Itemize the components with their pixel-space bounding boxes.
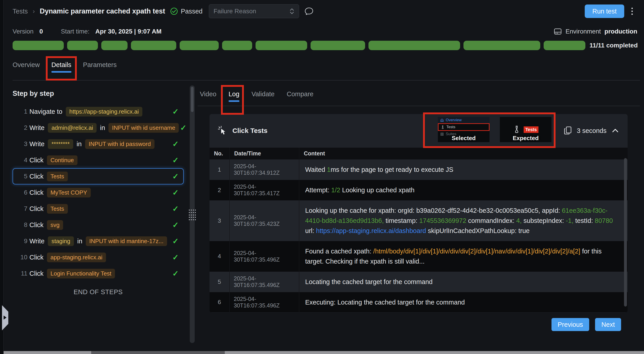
panel-resize-handle[interactable] (189, 210, 196, 221)
tab-video[interactable]: Video (200, 90, 216, 104)
step-number: 10 (18, 254, 28, 261)
step-action-text: Click (30, 270, 44, 277)
tab-overview[interactable]: Overview (12, 61, 40, 74)
run-test-button[interactable]: Run test (585, 5, 624, 18)
tab-compare[interactable]: Compare (287, 90, 314, 104)
log-text: Found a cached xpath: (305, 248, 373, 255)
step-action-text: Write (30, 140, 44, 148)
log-value-green: 1745536369972 (419, 217, 466, 224)
next-button[interactable]: Next (595, 318, 621, 331)
comment-button[interactable] (304, 6, 314, 16)
version-label: Version (12, 28, 34, 35)
expected-caption: Expected (500, 135, 552, 142)
tab-log[interactable]: Log (228, 90, 239, 104)
tab-validate[interactable]: Validate (252, 90, 274, 104)
steps-panel: Step by step 1Navigate tohttps://app-sta… (12, 90, 184, 296)
step-action-text: Click (30, 189, 44, 196)
step-action-text: in (76, 140, 82, 148)
col-header-no: No. (210, 147, 230, 159)
progress-segment (368, 41, 460, 50)
log-row-number: 3 (210, 200, 230, 241)
log-link[interactable]: https://app-staging.relicx.ai/dashboard (316, 227, 426, 234)
step-number: 7 (18, 205, 28, 212)
log-card: Click Tests Overview Tests (210, 114, 628, 313)
pager: Previous Next (552, 318, 621, 331)
tab-details[interactable]: Details (52, 61, 72, 74)
progress-segment (12, 41, 64, 50)
step-action-text: Click (30, 221, 44, 229)
more-options-menu[interactable] (629, 6, 635, 16)
step-row[interactable]: 6ClickMyTest COPY✓ (12, 185, 184, 201)
log-row-timestamp: 2025-04-30T16:07:35.496Z (230, 241, 299, 272)
version-value: 0 (39, 28, 43, 35)
expected-screenshot-thumbnail[interactable]: Tests Expected (500, 117, 552, 142)
tab-parameters[interactable]: Parameters (83, 61, 117, 74)
step-check-icon: ✓ (172, 188, 179, 197)
progress-segment (256, 41, 307, 50)
step-row[interactable]: 10Clickapp-staging.relicx.ai✓ (12, 249, 184, 265)
active-tab-underline (228, 100, 239, 102)
step-row[interactable]: 9WritestaginginINPUT with id mantine-17z… (12, 233, 184, 249)
step-action-text: Click (30, 254, 44, 261)
step-target-badge: INPUT with id password (85, 139, 154, 149)
step-row[interactable]: 7ClickTests✓ (12, 201, 184, 217)
step-value-badge: staging (48, 236, 74, 246)
log-row-number: 2 (210, 180, 230, 200)
log-row-content: Waited 1ms for the page to get ready to … (299, 159, 628, 180)
step-action-text: Write (30, 238, 44, 245)
log-row-timestamp: 2025-04-30T16:07:34.912Z (230, 159, 299, 180)
copy-icon[interactable] (564, 126, 572, 136)
log-text: Locating the cached target for the comma… (305, 278, 432, 285)
step-row[interactable]: 11ClickLogin Functionality Test✓ (12, 265, 184, 282)
environment-drive-icon (554, 28, 562, 35)
environment-value: production (604, 28, 637, 35)
log-text: ms for the page to get ready to execute … (330, 166, 453, 173)
col-header-datetime: Date/Time (230, 147, 299, 159)
previous-button[interactable]: Previous (552, 318, 590, 331)
comment-bubble-icon (304, 6, 314, 16)
status-badge: Passed (170, 7, 202, 15)
log-table-scrollbar[interactable] (624, 158, 627, 306)
horizontal-scrollbar-thumb[interactable] (91, 351, 225, 354)
step-row[interactable]: 2Writeadmin@relicx.aiinINPUT with id use… (12, 120, 184, 136)
log-table: No. Date/Time Content 12025-04-30T16:07:… (210, 147, 628, 313)
log-row-content: Looking up the cache for xpath: orgId: b… (299, 200, 628, 241)
top-bar: Tests › Dynamic parameter cached xpath t… (4, 0, 644, 23)
progress-bar-row: 11/11 completed (12, 41, 638, 50)
step-row[interactable]: 1Navigate tohttps://app-staging.relicx.a… (12, 103, 184, 120)
step-row[interactable]: 3Write********inINPUT with id password✓ (12, 136, 184, 152)
log-row: 52025-04-30T16:07:35.496ZLocating the ca… (210, 272, 628, 292)
collapse-chevron-up-icon[interactable] (611, 127, 620, 134)
log-row: 42025-04-30T16:07:35.496ZFound a cached … (210, 241, 628, 272)
step-row[interactable]: 8Clicksvg✓ (12, 217, 184, 233)
breadcrumb-tests-link[interactable]: Tests (12, 8, 28, 15)
step-number: 3 (18, 140, 28, 147)
select-chevrons-icon (290, 8, 294, 15)
start-time-label: Start time: (61, 28, 90, 35)
step-action-text: Write (30, 124, 44, 132)
kebab-dot (632, 8, 633, 9)
step-row[interactable]: 4ClickContinue✓ (12, 152, 184, 168)
progress-segment (101, 41, 128, 50)
failure-reason-select[interactable]: Failure Reason (209, 4, 299, 18)
run-meta-row: Version 0 Start time: Apr 30, 2025 | 9:0… (12, 27, 637, 37)
step-target-badge: INPUT with id username (108, 123, 179, 133)
step-row[interactable]: 5ClickTests✓ (12, 168, 184, 185)
log-row-number: 4 (210, 241, 230, 272)
duration-label: 3 seconds (577, 127, 606, 134)
step-action-text: in (77, 238, 82, 245)
sidebar-expand-handle[interactable] (2, 305, 8, 330)
progress-segment (131, 41, 176, 50)
steps-scrollbar-thumb[interactable] (191, 87, 194, 112)
log-text: Attempt: (305, 187, 331, 194)
steps-list: 1Navigate tohttps://app-staging.relicx.a… (12, 103, 184, 282)
selected-screenshot-thumbnail[interactable]: Overview Tests Suites (438, 117, 490, 142)
log-text: url: (305, 227, 316, 234)
step-number: 2 (18, 124, 28, 131)
log-row-content: Found the object for xpath: /html/body/d… (299, 312, 628, 313)
thumb-nav-overview: Overview (438, 117, 490, 123)
detail-tabs-divider (198, 106, 640, 106)
step-check-icon: ✓ (180, 123, 186, 132)
horizontal-scrollbar[interactable] (4, 351, 644, 354)
main-tabs-divider (12, 80, 640, 81)
